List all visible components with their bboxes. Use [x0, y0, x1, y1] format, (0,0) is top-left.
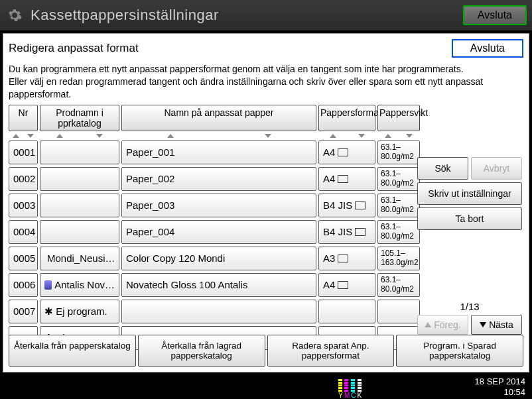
cell-nr: 0006	[9, 273, 38, 297]
cell-name: Paper_003	[121, 194, 316, 217]
cell-nr: 0003	[9, 194, 38, 217]
cell-format: B4 JIS	[318, 194, 375, 217]
table-header: Nr Prodnamn i pprkatalog Namn på anpassa…	[9, 105, 523, 131]
program-saved-catalog-button[interactable]: Program. i Sparad papperskatalog	[396, 335, 523, 367]
prev-page-button: Föreg.	[417, 315, 468, 335]
cell-weight: 63.1–80.0g/m2	[377, 220, 420, 244]
table-row[interactable]: 0006Antalis Nov…Novatech Gloss 100 Antal…	[9, 273, 523, 297]
orientation-icon	[338, 281, 348, 289]
cell-nr: 0001	[9, 141, 38, 164]
cell-weight: 63.1–80.0g/m2	[377, 194, 420, 217]
recall-catalog-button[interactable]: Återkalla från papperskatalog	[9, 335, 136, 367]
orientation-icon	[338, 175, 348, 183]
cell-prod: ✱ Ej program.	[40, 300, 119, 323]
triangle-up-icon	[425, 322, 431, 327]
sort-down-icon[interactable]	[265, 134, 271, 138]
sort-down-icon[interactable]	[406, 134, 413, 138]
cell-format: A3	[318, 247, 375, 270]
orientation-icon	[355, 228, 366, 236]
sort-down-icon[interactable]	[27, 134, 34, 138]
cell-format: A4	[318, 141, 375, 164]
header-format[interactable]: Pappersformat	[318, 105, 375, 131]
cell-prod	[40, 141, 119, 164]
sort-up-icon[interactable]	[385, 134, 391, 138]
page-title: Kassettpappersinställningar	[31, 7, 463, 24]
cell-format	[318, 300, 375, 323]
sort-up-icon[interactable]	[56, 134, 63, 138]
side-buttons: Sök Avbryt Skriv ut inställningar Ta bor…	[417, 157, 522, 230]
cell-name: Paper_001	[121, 141, 316, 164]
print-settings-button[interactable]: Skriv ut inställningar	[417, 182, 522, 205]
cell-format: B4 JIS	[318, 220, 375, 244]
cell-prod: Mondi_Neusi…	[40, 247, 119, 270]
recall-stored-catalog-button[interactable]: Återkalla från lagrad papperskatalog	[138, 335, 265, 367]
status-bar: Y M C K 18 SEP 2014 10:54	[0, 375, 532, 399]
next-page-button[interactable]: Nästa	[471, 315, 522, 335]
delete-button[interactable]: Ta bort	[417, 207, 522, 230]
table-row[interactable]: 0005Mondi_Neusi…Color Copy 120 MondiA310…	[9, 247, 523, 270]
sort-down-icon[interactable]	[358, 134, 365, 138]
page-count: 1/13	[417, 301, 522, 312]
cell-format: A4	[318, 167, 375, 191]
cell-nr: 0004	[9, 220, 38, 244]
header-prod[interactable]: Prodnamn i pprkatalog	[40, 105, 119, 131]
cell-weight: 63.1–80.0g/m2	[377, 167, 420, 191]
triangle-down-icon	[480, 322, 486, 327]
hint-text: Du kan programmera ett nytt anpassat pap…	[9, 63, 523, 101]
cell-name	[121, 300, 316, 323]
cell-nr: 0005	[9, 247, 38, 270]
cell-format: A4	[318, 273, 375, 297]
sort-down-icon[interactable]	[96, 134, 103, 138]
cell-name: Novatech Gloss 100 Antalis	[121, 273, 316, 297]
footer-buttons: Återkalla från papperskatalog Återkalla …	[9, 335, 523, 367]
titlebar-exit-button[interactable]: Avsluta	[463, 5, 527, 25]
clock: 18 SEP 2014 10:54	[475, 376, 525, 397]
main-panel: Redigera anpassat format Avsluta Du kan …	[3, 33, 529, 372]
orientation-icon	[355, 201, 366, 209]
header-name[interactable]: Namn på anpassat papper	[121, 105, 316, 131]
titlebar: Kassettpappersinställningar Avsluta	[0, 0, 532, 30]
orientation-icon	[338, 255, 348, 262]
orientation-icon	[338, 148, 348, 156]
cell-prod: Antalis Nov…	[40, 273, 119, 297]
cancel-button: Avbryt	[471, 157, 522, 180]
cell-weight: 105.1–163.0g/m2	[377, 247, 420, 270]
sort-up-icon[interactable]	[13, 134, 19, 138]
panel-exit-button[interactable]: Avsluta	[452, 39, 523, 58]
cell-weight	[377, 300, 420, 323]
search-button[interactable]: Sök	[417, 157, 468, 180]
header-nr[interactable]: Nr	[9, 105, 38, 131]
cell-prod	[40, 194, 119, 217]
header-weight[interactable]: Pappersvikt	[377, 105, 420, 131]
pager: 1/13 Föreg. Nästa	[417, 301, 522, 335]
panel-title: Redigera anpassat format	[9, 42, 452, 55]
cell-weight: 63.1–80.0g/m2	[377, 273, 420, 297]
cell-nr: 0002	[9, 167, 38, 191]
cell-prod	[40, 220, 119, 244]
sort-up-icon[interactable]	[167, 134, 174, 138]
cell-prod	[40, 167, 119, 191]
cell-weight: 63.1–80.0g/m2	[377, 141, 420, 164]
sort-up-icon[interactable]	[330, 134, 336, 138]
cell-name: Color Copy 120 Mondi	[121, 247, 316, 270]
toner-levels: Y M C K	[338, 376, 362, 399]
cell-name: Paper_004	[121, 220, 316, 244]
delete-saved-format-button[interactable]: Radera sparat Anp. pappersformat	[267, 335, 395, 367]
cell-nr: 0007	[9, 300, 38, 323]
cell-name: Paper_002	[121, 167, 316, 191]
gear-icon	[5, 6, 24, 25]
